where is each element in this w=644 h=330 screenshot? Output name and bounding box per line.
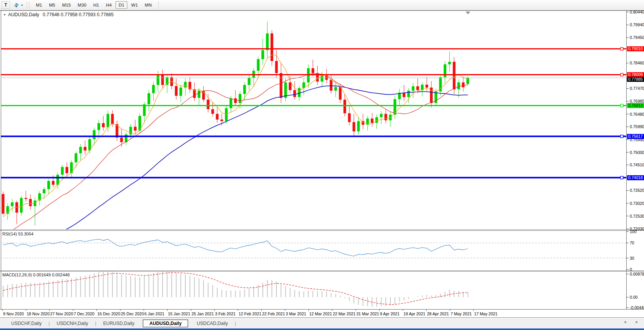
date-label: 28 Apr 2021 — [427, 311, 449, 316]
price-tick-label: 0.73020 — [630, 201, 644, 206]
date-label: 9 Apr 2021 — [380, 311, 400, 316]
price-tick-label: 0.75000 — [630, 151, 644, 155]
timeframe-group: M1M5M15M30H1H4D1W1MN — [32, 1, 155, 9]
terminal-window: T ▾ M1M5M15M30H1H4D1W1MN ▼AUDUSD,Daily0.… — [0, 0, 644, 330]
bottom-strip — [0, 328, 644, 330]
date-label: 25 Jan 2021 — [192, 311, 214, 316]
price-tick-label: 0.79940 — [630, 23, 644, 27]
tab-separator: | — [49, 321, 50, 326]
chart-title-ohlc: 0.77646 0.77958 0.77593 0.77885 — [43, 12, 114, 17]
level-price-label: 0.75617 — [627, 134, 644, 139]
candles-layer — [2, 22, 469, 226]
symbol-tab-bar: USDCHF,Daily|USDCNH,Daily|EURUSD,Daily|A… — [0, 317, 644, 329]
chart-title: ▼AUDUSD,Daily0.77646 0.77958 0.77593 0.7… — [3, 12, 114, 17]
timeframe-button-h1[interactable]: H1 — [90, 1, 102, 9]
date-label: 3 Feb 2021 — [215, 311, 236, 316]
date-label: 15 Jan 2021 — [168, 311, 190, 316]
support-line-0.74018[interactable] — [0, 176, 626, 179]
date-label: 27 Nov 2020 — [50, 311, 73, 316]
tab-scroll-arrows: ◄ ► — [623, 320, 639, 324]
tab-separator: | — [95, 321, 96, 326]
chart-canvas[interactable] — [0, 10, 644, 330]
date-label: 12 Mar 2021 — [309, 311, 332, 316]
rsi-line[interactable] — [3, 239, 468, 256]
macd-tick-label: 0.00 — [630, 295, 644, 300]
timeframe-button-m15[interactable]: M15 — [59, 1, 74, 9]
tab-usdchf[interactable]: USDCHF,Daily — [5, 320, 48, 327]
rsi-tick-label: 30 — [630, 256, 644, 261]
macd-tick-label: -0.00445 — [630, 306, 644, 310]
chart-area: ▼AUDUSD,Daily0.77646 0.77958 0.77593 0.7… — [0, 10, 644, 330]
price-tick-label: 0.76480 — [630, 112, 644, 117]
tab-usdcad[interactable]: USDCAD,Daily — [190, 320, 235, 327]
chart-tools-button[interactable]: ▾ — [13, 2, 23, 8]
toolbar: T ▾ M1M5M15M30H1H4D1W1MN — [0, 0, 644, 10]
rsi-tick-label: 100 — [630, 230, 644, 234]
toolbar-grip[interactable] — [27, 2, 29, 8]
date-label: 22 Mar 2021 — [333, 311, 356, 316]
timeframe-button-w1[interactable]: W1 — [128, 1, 141, 9]
tab-separator: | — [235, 321, 236, 326]
date-label: 16 Dec 2020 — [97, 311, 120, 316]
support-line-0.76813[interactable] — [0, 104, 626, 107]
tab-usdcnh[interactable]: USDCNH,Daily — [50, 320, 95, 327]
price-scale[interactable] — [627, 10, 644, 309]
date-label: 9 Nov 2020 — [3, 311, 24, 316]
date-label: 17 May 2021 — [474, 311, 498, 316]
price-tick-label: 0.72530 — [630, 214, 644, 218]
date-label: 19 Apr 2021 — [403, 311, 425, 316]
timeframe-button-d1[interactable]: D1 — [115, 1, 127, 9]
level-price-label: 0.79010 — [627, 46, 644, 51]
tab-audusd[interactable]: AUDUSD,Daily — [143, 320, 188, 327]
date-label: 12 Feb 2021 — [239, 311, 261, 316]
toolbar-separator — [158, 2, 159, 8]
price-tick-label: 0.79450 — [630, 36, 644, 40]
macd-tick-label: 0.008782 — [630, 272, 644, 276]
level-price-label: 0.74018 — [627, 175, 644, 180]
date-label: 22 Feb 2021 — [262, 311, 285, 316]
price-tick-label: 0.75990 — [630, 125, 644, 129]
price-tick-label: 0.78460 — [630, 61, 644, 65]
chart-shift-marker-icon[interactable] — [466, 12, 470, 14]
timeframe-button-m5[interactable]: M5 — [46, 1, 58, 9]
macd-signal-line[interactable] — [3, 272, 468, 305]
price-tick-label: 0.80440 — [630, 10, 644, 14]
level-price-label: 0.76813 — [627, 103, 644, 108]
date-label: 7 Dec 2020 — [74, 311, 95, 316]
macd-label: MACD(12,26,9) 0.001649 0.002448 — [2, 272, 69, 277]
tab-scroll-left-button[interactable]: ◄ — [623, 320, 627, 324]
rsi-label: RSI(14) 53.3064 — [2, 232, 34, 236]
chevron-down-icon: ▾ — [21, 3, 23, 7]
price-tick-label: 0.74510 — [630, 163, 644, 167]
date-label: 6 Jan 2021 — [144, 311, 164, 316]
tab-eurusd[interactable]: EURUSD,Daily — [97, 320, 141, 327]
macd-histogram — [3, 271, 468, 307]
resistance-line-0.79010[interactable] — [0, 47, 626, 50]
price-tick-label: 0.77470 — [630, 86, 644, 91]
ma-slow-line[interactable] — [3, 86, 468, 252]
tab-scroll-right-button[interactable]: ► — [635, 320, 639, 324]
sort-arrows-icon — [13, 2, 20, 8]
timeframe-button-h4[interactable]: H4 — [103, 1, 115, 9]
date-label: 7 May 2021 — [451, 311, 472, 316]
date-label: 3 Mar 2021 — [286, 311, 306, 316]
rsi-tick-label: 70 — [630, 241, 644, 245]
price-tick-label: 0.73520 — [630, 188, 644, 193]
text-tool-button[interactable]: T — [2, 1, 10, 9]
timeframe-button-mn[interactable]: MN — [142, 1, 155, 9]
timeframe-button-m1[interactable]: M1 — [33, 1, 45, 9]
timeframe-button-m30[interactable]: M30 — [75, 1, 89, 9]
date-label: 25 Dec 2020 — [121, 311, 144, 316]
collapse-triangle-icon[interactable]: ▼ — [3, 13, 6, 17]
current-price-label: 0.77885 — [627, 77, 644, 82]
chart-title-symbol: AUDUSD,Daily — [8, 12, 39, 17]
date-label: 18 Nov 2020 — [27, 311, 50, 316]
tab-group: USDCHF,Daily|USDCNH,Daily|EURUSD,Daily|A… — [5, 319, 236, 327]
date-label: 31 Mar 2021 — [356, 311, 379, 316]
rsi-tick-label: 0 — [630, 267, 644, 272]
